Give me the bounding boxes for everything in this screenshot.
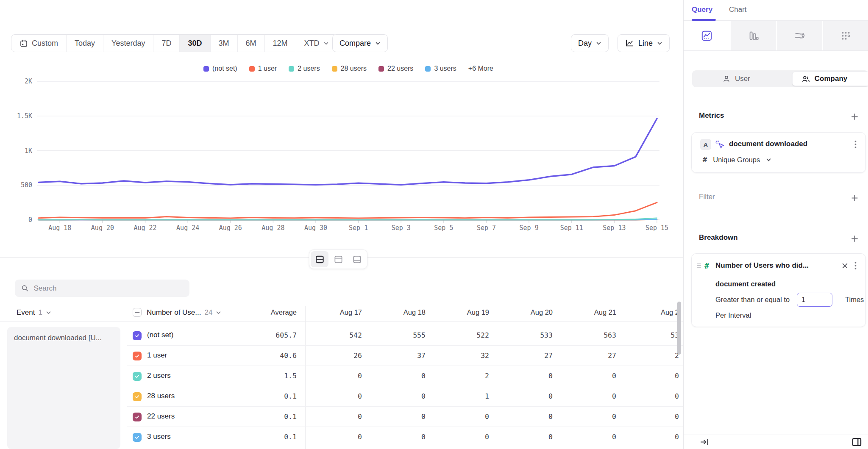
number-type-icon: # [703, 155, 707, 164]
breakdown-unit: Times [845, 296, 864, 304]
legend-item[interactable]: 1 user [249, 65, 277, 72]
svg-text:500: 500 [21, 181, 32, 189]
scope-user-option[interactable]: User [692, 70, 780, 87]
breakdown-condition[interactable]: Greater than or equal to [715, 296, 790, 304]
tab-chart[interactable]: Chart [729, 6, 747, 14]
svg-text:Sep 5: Sep 5 [434, 224, 453, 232]
metric-card[interactable]: A document downloaded # Unique Groups [691, 132, 866, 173]
collapse-panel-button[interactable] [700, 437, 709, 449]
row-value: 0 [362, 433, 426, 441]
chart-type-flow-tab[interactable] [776, 21, 822, 50]
plus-icon [851, 194, 858, 202]
layout-table-only-button[interactable] [348, 251, 366, 267]
legend-item[interactable]: (not set) [203, 65, 237, 72]
range-today[interactable]: Today [67, 35, 103, 52]
table-date-headers: AverageAug 17Aug 18Aug 19Aug 20Aug 21Aug… [0, 308, 683, 319]
range-custom[interactable]: Custom [11, 35, 67, 52]
svg-text:Sep 13: Sep 13 [603, 224, 626, 232]
row-checkbox[interactable] [133, 372, 142, 381]
legend-overflow[interactable]: +6 More [468, 65, 493, 72]
granularity-button[interactable]: Day [571, 34, 609, 52]
legend-label: 3 users [434, 65, 456, 72]
chart-type-tabs [684, 21, 868, 51]
calendar-icon [19, 39, 28, 47]
user-icon [722, 75, 731, 83]
chart-type-bar-tab[interactable] [730, 21, 776, 50]
breakdown-per-interval[interactable]: Per Interval [715, 311, 751, 319]
row-label: 22 users [147, 412, 175, 421]
number-property-icon: # [704, 261, 709, 270]
metric-menu-button[interactable] [851, 139, 860, 150]
query-panel: Query Chart User [683, 0, 868, 449]
remove-breakdown-button[interactable] [840, 261, 849, 270]
row-checkbox[interactable] [133, 392, 142, 401]
svg-text:Sep 15: Sep 15 [645, 224, 668, 232]
scope-company-option[interactable]: Company [780, 70, 868, 87]
drag-handle-icon[interactable] [696, 262, 702, 270]
range-6m[interactable]: 6M [238, 35, 265, 52]
table-scrollbar[interactable] [677, 302, 681, 355]
range-30d[interactable]: 30D [180, 35, 210, 52]
table-row: 3 users0.1000000 [127, 427, 683, 447]
breakdown-value-input[interactable] [797, 293, 832, 307]
chart-type-line-tab[interactable] [684, 21, 730, 50]
legend-item[interactable]: 22 users [378, 65, 413, 72]
breakdown-title[interactable]: Number of Users who did... [715, 261, 809, 270]
layout-chart-only-button[interactable] [329, 251, 347, 267]
range-3m[interactable]: 3M [211, 35, 238, 52]
header-divider [0, 321, 683, 322]
event-click-icon [715, 139, 725, 151]
date-column-header: Aug 21 [553, 308, 616, 316]
panel-split-icon [851, 436, 862, 448]
row-value: 0 [615, 413, 679, 421]
compare-button[interactable]: Compare [332, 34, 388, 52]
split-view-button[interactable] [851, 436, 862, 449]
row-value: 37 [362, 352, 426, 360]
layout-split-button[interactable] [311, 251, 328, 267]
range-label: 30D [188, 39, 202, 48]
chart-type-grid-tab[interactable] [822, 21, 868, 50]
metric-name[interactable]: document downloaded [729, 140, 807, 148]
row-checkbox[interactable] [133, 433, 142, 442]
row-checkbox[interactable] [133, 413, 142, 421]
add-filter-button[interactable] [849, 193, 860, 203]
range-7d[interactable]: 7D [153, 35, 180, 52]
metric-aggregation[interactable]: # Unique Groups [703, 155, 771, 164]
event-cell[interactable]: document downloaded [U... [7, 327, 120, 449]
tab-query[interactable]: Query [692, 6, 712, 14]
chart-type-label: Line [638, 39, 653, 48]
range-12m[interactable]: 12M [265, 35, 296, 52]
row-value: 53 [615, 331, 679, 339]
row-value: 2 [615, 352, 679, 360]
svg-text:Aug 20: Aug 20 [91, 224, 114, 232]
scope-toggle: User Company [692, 70, 868, 87]
add-breakdown-button[interactable] [849, 233, 860, 244]
layout-toggle-group [309, 249, 367, 269]
range-xtd[interactable]: XTD [296, 35, 337, 52]
legend-item[interactable]: 2 users [289, 65, 320, 72]
row-value: 0 [489, 372, 553, 380]
add-metric-button[interactable] [849, 111, 860, 122]
row-value: 0 [615, 433, 679, 441]
range-yesterday[interactable]: Yesterday [103, 35, 153, 52]
row-value: 2 [426, 372, 489, 380]
search-input[interactable] [34, 284, 183, 293]
row-checkbox[interactable] [133, 352, 142, 360]
chart-type-button[interactable]: Line [618, 34, 670, 52]
check-icon [134, 353, 140, 359]
breakdown-event[interactable]: document created [715, 280, 776, 288]
breakdown-menu-button[interactable] [851, 261, 860, 271]
check-icon [134, 414, 140, 420]
range-label: 7D [161, 39, 171, 48]
legend-item[interactable]: 3 users [425, 65, 456, 72]
row-value: 0 [615, 392, 679, 400]
row-value: 32 [426, 352, 489, 360]
svg-text:Aug 26: Aug 26 [219, 224, 242, 232]
row-value: 0 [553, 433, 616, 441]
line-chart[interactable]: 05001K1.5K2KAug 18Aug 20Aug 22Aug 24Aug … [0, 59, 683, 237]
legend-item[interactable]: 28 users [332, 65, 367, 72]
row-checkbox[interactable] [133, 331, 142, 340]
svg-text:1.5K: 1.5K [17, 112, 32, 120]
table-body: (not set)605.7542555522533563531 user40.… [127, 325, 683, 447]
row-value: 0 [489, 413, 553, 421]
